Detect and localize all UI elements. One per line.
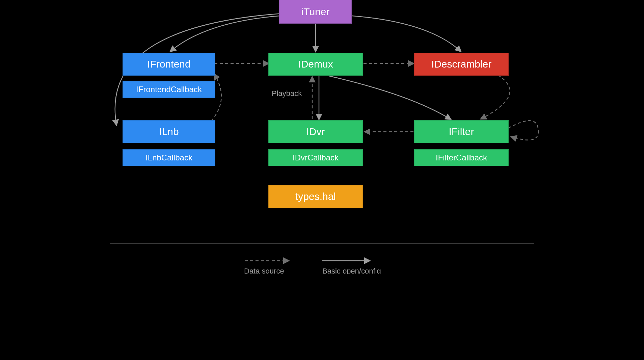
node-ifilter-callback: IFilterCallback <box>414 149 509 166</box>
legend-basic-open: Basic open/config <box>322 267 381 274</box>
node-ifrontend: IFrontend <box>123 53 215 76</box>
node-idescrambler: IDescrambler <box>414 53 509 76</box>
legend-separator <box>110 243 534 243</box>
node-ifrontend-callback: IFrontendCallback <box>123 81 215 98</box>
node-idemux: IDemux <box>268 53 363 76</box>
label-playback: Playback <box>272 89 302 98</box>
diagram-canvas: iTuner IFrontend IFrontendCallback IDemu… <box>73 0 571 274</box>
node-ilnb-callback: ILnbCallback <box>123 149 215 166</box>
node-idvr-callback: IDvrCallback <box>268 149 363 166</box>
node-ifilter: IFilter <box>414 120 509 143</box>
legend-data-source: Data source <box>244 267 284 274</box>
node-ilnb: ILnb <box>123 120 215 143</box>
node-ituner: iTuner <box>279 0 352 24</box>
node-idvr: IDvr <box>268 120 363 143</box>
node-types-hal: types.hal <box>268 185 363 208</box>
